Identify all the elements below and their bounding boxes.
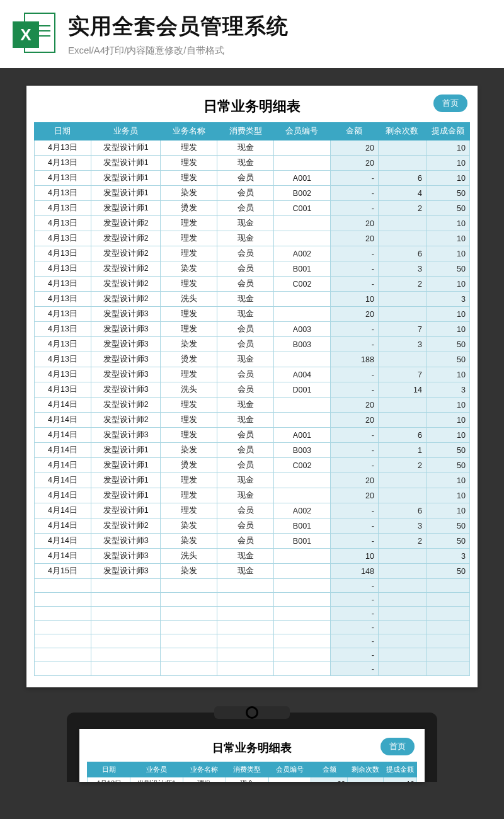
table-cell[interactable]: 4月13日 <box>35 277 91 292</box>
table-cell[interactable]: 现金 <box>217 140 274 156</box>
table-cell[interactable]: 4月13日 <box>35 246 91 261</box>
table-cell[interactable] <box>378 607 426 621</box>
table-cell[interactable]: 4月14日 <box>35 413 91 428</box>
table-cell[interactable]: 10 <box>426 277 469 292</box>
table-cell[interactable]: 发型设计师3 <box>91 367 161 382</box>
table-cell[interactable]: - <box>330 534 378 549</box>
table-cell[interactable]: 会员 <box>217 337 274 352</box>
table-cell[interactable]: 发型设计师3 <box>91 564 161 579</box>
table-cell[interactable] <box>274 607 331 621</box>
table-cell[interactable]: 4月14日 <box>35 473 91 488</box>
table-cell[interactable]: C001 <box>274 201 331 216</box>
table-cell[interactable]: 染发 <box>161 443 217 458</box>
table-cell[interactable]: 3 <box>426 292 469 307</box>
table-cell[interactable]: 20 <box>330 488 378 503</box>
table-cell[interactable] <box>274 549 331 564</box>
table-cell[interactable] <box>35 593 91 607</box>
table-cell[interactable]: 2 <box>378 277 426 292</box>
table-cell[interactable]: 1 <box>378 443 426 458</box>
table-cell[interactable] <box>268 777 311 782</box>
table-cell[interactable]: 3 <box>378 518 426 534</box>
table-cell[interactable] <box>378 216 426 231</box>
table-cell[interactable] <box>161 648 217 662</box>
table-cell[interactable]: 发型设计师1 <box>91 156 161 171</box>
table-cell[interactable]: - <box>330 428 378 443</box>
table-cell[interactable] <box>217 579 274 593</box>
table-cell[interactable]: 现金 <box>217 413 274 428</box>
table-cell[interactable] <box>378 634 426 648</box>
table-cell[interactable]: 会员 <box>217 458 274 473</box>
table-cell[interactable]: A004 <box>274 367 331 382</box>
table-cell[interactable]: 7 <box>378 367 426 382</box>
table-cell[interactable]: 现金 <box>226 777 268 782</box>
table-cell[interactable]: 会员 <box>217 201 274 216</box>
table-cell[interactable] <box>91 607 161 621</box>
table-cell[interactable]: 洗头 <box>161 549 217 564</box>
table-cell[interactable]: 10 <box>426 171 469 186</box>
table-cell[interactable]: 会员 <box>217 534 274 549</box>
table-cell[interactable] <box>378 579 426 593</box>
table-cell[interactable]: 会员 <box>217 277 274 292</box>
table-cell[interactable] <box>274 648 331 662</box>
table-cell[interactable]: 4月13日 <box>35 261 91 277</box>
table-cell[interactable]: 染发 <box>161 186 217 201</box>
table-cell[interactable] <box>91 662 161 676</box>
table-cell[interactable] <box>274 621 331 634</box>
table-cell[interactable]: 染发 <box>161 564 217 579</box>
table-cell[interactable]: 发型设计师3 <box>91 549 161 564</box>
table-cell[interactable]: 理发 <box>161 428 217 443</box>
table-cell[interactable]: B001 <box>274 518 331 534</box>
table-cell[interactable]: - <box>330 579 378 593</box>
table-cell[interactable]: 10 <box>426 367 469 382</box>
table-cell[interactable]: 发型设计师2 <box>91 518 161 534</box>
table-cell[interactable]: A002 <box>274 503 331 518</box>
table-cell[interactable] <box>35 579 91 593</box>
table-cell[interactable]: 10 <box>426 473 469 488</box>
table-cell[interactable] <box>217 621 274 634</box>
table-cell[interactable]: 理发 <box>161 171 217 186</box>
table-cell[interactable]: 现金 <box>217 398 274 413</box>
table-cell[interactable]: 50 <box>426 534 469 549</box>
table-cell[interactable]: - <box>330 246 378 261</box>
table-cell[interactable]: 会员 <box>217 382 274 398</box>
table-cell[interactable]: 发型设计师2 <box>91 261 161 277</box>
table-cell[interactable]: 发型设计师1 <box>91 201 161 216</box>
table-cell[interactable]: 20 <box>330 231 378 246</box>
table-cell[interactable]: 发型设计师2 <box>91 231 161 246</box>
table-cell[interactable]: 50 <box>426 201 469 216</box>
table-cell[interactable]: - <box>330 662 378 676</box>
table-cell[interactable]: 4月14日 <box>35 443 91 458</box>
table-cell[interactable]: 50 <box>426 564 469 579</box>
table-cell[interactable]: 7 <box>378 322 426 337</box>
table-cell[interactable]: 4月14日 <box>35 398 91 413</box>
table-cell[interactable] <box>217 648 274 662</box>
table-cell[interactable]: - <box>330 367 378 382</box>
table-cell[interactable] <box>274 579 331 593</box>
table-cell[interactable]: 现金 <box>217 549 274 564</box>
table-cell[interactable]: 2 <box>378 201 426 216</box>
table-cell[interactable]: 理发 <box>161 246 217 261</box>
table-cell[interactable]: 10 <box>426 488 469 503</box>
table-cell[interactable]: - <box>330 648 378 662</box>
table-cell[interactable]: 4月13日 <box>35 140 91 156</box>
table-cell[interactable]: 现金 <box>217 564 274 579</box>
table-cell[interactable] <box>161 634 217 648</box>
table-cell[interactable]: 会员 <box>217 428 274 443</box>
table-cell[interactable]: 理发 <box>161 398 217 413</box>
table-cell[interactable]: 理发 <box>161 277 217 292</box>
table-cell[interactable]: B003 <box>274 443 331 458</box>
table-cell[interactable]: 20 <box>330 216 378 231</box>
table-cell[interactable]: 4月13日 <box>35 367 91 382</box>
table-cell[interactable] <box>378 473 426 488</box>
table-cell[interactable]: 50 <box>426 337 469 352</box>
table-cell[interactable]: 4月14日 <box>35 518 91 534</box>
table-cell[interactable]: 发型设计师1 <box>91 503 161 518</box>
table-cell[interactable]: 4月14日 <box>35 534 91 549</box>
table-cell[interactable] <box>378 307 426 322</box>
table-cell[interactable]: 3 <box>378 261 426 277</box>
table-cell[interactable]: 现金 <box>217 156 274 171</box>
table-cell[interactable] <box>426 621 469 634</box>
table-cell[interactable]: 20 <box>330 307 378 322</box>
table-cell[interactable] <box>378 564 426 579</box>
table-cell[interactable] <box>91 634 161 648</box>
